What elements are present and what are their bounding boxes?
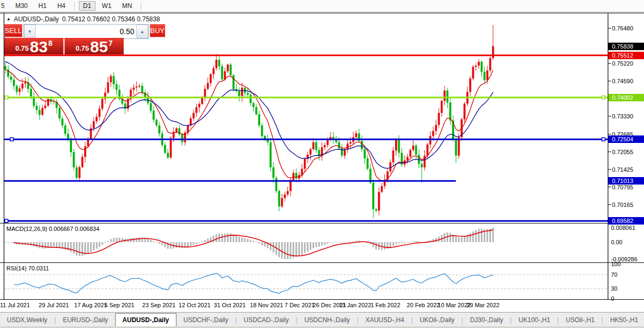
- sell-price-button[interactable]: 0.75 83 8: [4, 38, 63, 54]
- price-axis-badge: 0.74002: [608, 94, 644, 101]
- timeframe-button-h4[interactable]: H4: [53, 1, 69, 11]
- rsi-scale-label: 0: [611, 295, 643, 302]
- macd-indicator-label: MACD(12,26,9) 0.006667 0.006834: [6, 226, 99, 232]
- timeframe-button-d1[interactable]: D1: [79, 1, 95, 11]
- date-axis-label: 5 Sep 2021: [104, 302, 134, 308]
- symbol-tab-uk100[interactable]: UK100-,H1: [512, 313, 557, 327]
- date-axis-label: 29 Mar 2022: [466, 302, 500, 308]
- rsi-indicator-label: RSI(14) 70.0311: [6, 265, 49, 271]
- sell-price-prefix: 0.75: [15, 44, 29, 52]
- sell-price-big: 83: [30, 40, 47, 54]
- price-axis-badge: 0.75512: [608, 52, 644, 59]
- trading-app-window: 5M30H1H4D1W1MN ▲ AUDUSD-,Daily 0.75412 0…: [0, 0, 644, 328]
- symbol-tab-usdcad[interactable]: USDCAD-,Daily: [237, 313, 296, 327]
- volume-input[interactable]: [36, 25, 136, 38]
- date-axis-label: 10 Mar 2022: [438, 302, 471, 308]
- price-axis-tick: 0.70165: [612, 202, 643, 208]
- chart-window: ▲ AUDUSD-,Daily 0.75412 0.76602 0.75346 …: [0, 13, 644, 300]
- price-axis-tick: 0.71425: [612, 166, 643, 173]
- date-axis-label: 18 Nov 2021: [250, 302, 283, 308]
- buy-price-sup: 7: [108, 39, 112, 47]
- chart-ohlc-values: 0.75412 0.76602 0.75346 0.75838: [62, 15, 160, 23]
- hline-handle[interactable]: [5, 96, 8, 99]
- symbol-arrow-icon: ▲: [6, 17, 11, 21]
- volume-spinner: ▼ ▲: [23, 24, 149, 39]
- hline-handle[interactable]: [5, 219, 8, 222]
- rsi-scale-label: 100: [611, 261, 643, 267]
- price-axis-tick: 0.73330: [612, 113, 643, 119]
- symbol-tab-xauusd[interactable]: XAUUSD-,H4: [358, 313, 411, 327]
- price-axis-tick: 0.75220: [612, 60, 643, 67]
- rsi-scale-label: 30: [611, 285, 643, 292]
- timeframe-toolbar: 5M30H1H4D1W1MN: [0, 0, 644, 12]
- symbol-tab-usoil[interactable]: USOil-,H1: [559, 313, 601, 327]
- timeframe-button-5[interactable]: 5: [0, 1, 9, 11]
- date-axis-label: 7 Dec 2021: [285, 302, 315, 308]
- price-axis-badge: 0.72504: [608, 135, 644, 143]
- date-axis-label: 1 Feb 2022: [371, 302, 400, 308]
- chart-symbol-label: AUDUSD-,Daily: [14, 15, 59, 23]
- price-axis-badge: 0.75838: [608, 43, 644, 50]
- date-axis-label: 23 Sep 2021: [142, 302, 175, 308]
- symbol-tab-dj30[interactable]: DJ30-,Daily: [463, 313, 510, 327]
- rsi-scale-label: 70: [611, 271, 643, 278]
- price-axis-tick: 0.70795: [612, 184, 643, 190]
- hline-handle[interactable]: [10, 138, 13, 141]
- price-axis-tick: 0.76480: [612, 25, 643, 31]
- hline-handle[interactable]: [602, 138, 605, 141]
- symbol-tab-audusd[interactable]: AUDUSD-,Daily: [115, 313, 176, 327]
- buy-price-big: 85: [90, 40, 108, 54]
- timeframe-button-mn[interactable]: MN: [118, 1, 136, 11]
- symbol-tab-hk50[interactable]: HK50-,H1: [603, 313, 644, 327]
- symbol-tab-bar: USDX,Weekly|EURUSD-,DailyAUDUSD-,DailyUS…: [0, 312, 644, 327]
- date-axis-label: 13 Jan 2022: [339, 302, 372, 308]
- volume-decrease-button[interactable]: ▼: [24, 25, 36, 38]
- timeframe-button-w1[interactable]: W1: [98, 1, 116, 11]
- toolbar-separator: [141, 2, 141, 10]
- chart-title: ▲ AUDUSD-,Daily 0.75412 0.76602 0.75346 …: [6, 15, 160, 23]
- price-axis-tick: 0.72055: [612, 149, 643, 155]
- toolbar-separator: [74, 2, 75, 10]
- sell-button[interactable]: SELL: [4, 24, 22, 38]
- date-axis-label: 17 Aug 2021: [74, 302, 107, 308]
- symbol-tab-eurusd[interactable]: EURUSD-,Daily: [56, 313, 115, 327]
- price-axis-tick: 0.74590: [612, 78, 643, 84]
- symbol-tab-usdchf[interactable]: USDCHF-,Daily: [176, 313, 235, 327]
- macd-scale-label: 0.00: [611, 239, 643, 245]
- buy-price-prefix: 0.75: [76, 44, 89, 52]
- sell-price-sup: 8: [48, 39, 52, 47]
- chart-canvas[interactable]: [0, 13, 644, 300]
- buy-price-button[interactable]: 0.75 85 7: [65, 38, 124, 54]
- date-axis-label: 29 Jul 2021: [39, 302, 69, 308]
- date-axis-label: 11 Jul 2021: [0, 302, 30, 308]
- buy-button[interactable]: BUY: [150, 24, 165, 38]
- timeframe-button-m30[interactable]: M30: [11, 1, 32, 11]
- hline-handle[interactable]: [602, 96, 605, 99]
- date-axis-label: 31 Oct 2021: [214, 302, 246, 308]
- date-axis-label: 20 Feb 2022: [407, 302, 440, 308]
- symbol-tab-usdx[interactable]: USDX,Weekly: [0, 313, 54, 327]
- price-axis-badge: 0.69582: [608, 217, 644, 225]
- symbol-tab-usdcnh[interactable]: USDCNH-,Daily: [297, 313, 357, 327]
- timeframe-button-h1[interactable]: H1: [34, 1, 51, 11]
- volume-increase-button[interactable]: ▲: [136, 25, 148, 38]
- symbol-tab-ukoil[interactable]: UKOil-,Daily: [413, 313, 461, 327]
- price-axis-badge: 0.71013: [608, 177, 644, 185]
- date-axis-label: 12 Oct 2021: [179, 302, 211, 308]
- one-click-trade-panel: SELL ▼ ▲ BUY 0.75 83 8 0.75 85 7: [4, 24, 124, 55]
- macd-scale-label: 0.008061: [611, 225, 643, 231]
